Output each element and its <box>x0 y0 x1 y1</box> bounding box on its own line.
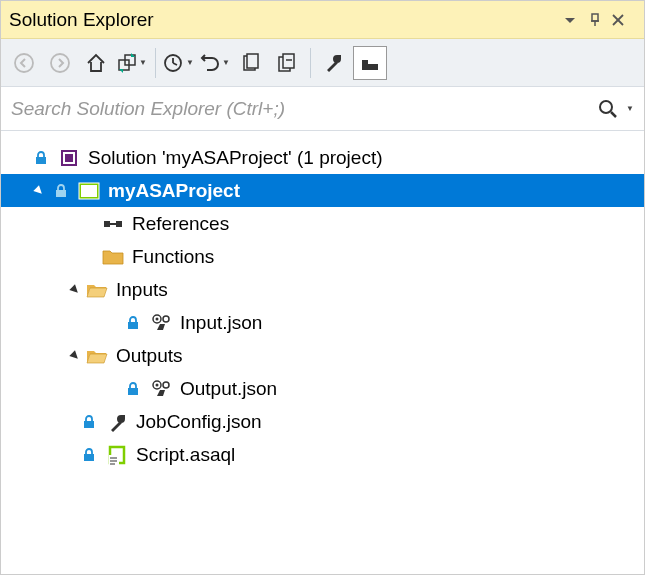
folder-icon <box>101 245 125 269</box>
undo-button[interactable]: ▼ <box>198 46 232 80</box>
solution-node[interactable]: ▶ Solution 'myASAProject' (1 project) <box>1 141 644 174</box>
svg-rect-25 <box>56 190 66 197</box>
collapse-icon[interactable] <box>29 181 49 201</box>
svg-point-5 <box>15 54 33 72</box>
svg-point-6 <box>51 54 69 72</box>
asaql-file-icon <box>105 443 129 467</box>
json-file-icon <box>149 377 173 401</box>
svg-point-37 <box>156 383 159 386</box>
inputs-folder[interactable]: Inputs <box>1 273 644 306</box>
svg-rect-30 <box>116 221 122 227</box>
pending-changes-button[interactable]: ▼ <box>162 46 196 80</box>
window-options-icon[interactable] <box>564 14 588 26</box>
collapse-all-button[interactable] <box>270 46 304 80</box>
node-label: Script.asaql <box>133 444 235 466</box>
node-label: Inputs <box>113 279 168 301</box>
project-icon <box>77 179 101 203</box>
titlebar: Solution Explorer <box>1 1 644 39</box>
search-input[interactable] <box>11 98 592 120</box>
references-icon <box>101 212 125 236</box>
collapse-icon[interactable] <box>65 346 85 366</box>
forward-button[interactable] <box>43 46 77 80</box>
properties-button[interactable] <box>317 46 351 80</box>
node-label: References <box>129 213 229 235</box>
node-label: Solution 'myASAProject' (1 project) <box>85 147 382 169</box>
search-icon[interactable]: ▼ <box>598 99 634 119</box>
collapse-icon[interactable] <box>65 280 85 300</box>
lock-icon <box>49 179 73 203</box>
panel-title: Solution Explorer <box>9 9 564 31</box>
sync-views-button[interactable]: ▼ <box>115 46 149 80</box>
references-node[interactable]: ▶ References <box>1 207 644 240</box>
svg-point-33 <box>156 317 159 320</box>
svg-rect-35 <box>128 388 138 395</box>
svg-line-20 <box>611 112 616 117</box>
script-file[interactable]: ▶ Script.asaql <box>1 438 644 471</box>
close-icon[interactable] <box>612 14 636 26</box>
folder-open-icon <box>85 344 109 368</box>
solution-icon <box>57 146 81 170</box>
node-label: Outputs <box>113 345 183 367</box>
svg-line-11 <box>173 63 177 65</box>
back-button[interactable] <box>7 46 41 80</box>
node-label: Input.json <box>177 312 262 334</box>
preview-selected-button[interactable] <box>353 46 387 80</box>
node-label: Functions <box>129 246 214 268</box>
pin-icon[interactable] <box>588 13 612 27</box>
svg-rect-18 <box>362 60 368 64</box>
home-button[interactable] <box>79 46 113 80</box>
svg-rect-15 <box>283 54 294 68</box>
toolbar: ▼ ▼ ▼ <box>1 39 644 87</box>
search-bar: ▼ <box>1 87 644 131</box>
folder-open-icon <box>85 278 109 302</box>
show-all-files-button[interactable] <box>234 46 268 80</box>
node-label: Output.json <box>177 378 277 400</box>
svg-point-34 <box>163 316 169 322</box>
solution-tree: ▶ Solution 'myASAProject' (1 project) my… <box>1 131 644 481</box>
functions-folder[interactable]: ▶ Functions <box>1 240 644 273</box>
lock-icon <box>121 377 145 401</box>
input-json-file[interactable]: Input.json <box>1 306 644 339</box>
output-json-file[interactable]: Output.json <box>1 372 644 405</box>
svg-rect-24 <box>65 154 73 162</box>
svg-rect-28 <box>104 221 110 227</box>
jobconfig-file[interactable]: ▶ JobConfig.json <box>1 405 644 438</box>
lock-icon <box>77 443 101 467</box>
project-node[interactable]: myASAProject <box>1 174 644 207</box>
toolbar-separator <box>310 48 311 78</box>
node-label: myASAProject <box>105 180 240 202</box>
lock-icon <box>29 146 53 170</box>
svg-rect-17 <box>362 64 378 70</box>
svg-rect-21 <box>36 157 46 164</box>
lock-icon <box>77 410 101 434</box>
json-file-icon <box>149 311 173 335</box>
config-file-icon <box>105 410 129 434</box>
svg-rect-39 <box>84 421 94 428</box>
node-label: JobConfig.json <box>133 411 262 433</box>
toolbar-separator <box>155 48 156 78</box>
svg-rect-13 <box>247 54 258 68</box>
svg-point-19 <box>600 101 612 113</box>
svg-rect-31 <box>128 322 138 329</box>
svg-rect-40 <box>84 454 94 461</box>
lock-icon <box>121 311 145 335</box>
svg-rect-0 <box>592 14 598 21</box>
svg-point-38 <box>163 382 169 388</box>
outputs-folder[interactable]: Outputs <box>1 339 644 372</box>
svg-rect-27 <box>81 185 97 197</box>
